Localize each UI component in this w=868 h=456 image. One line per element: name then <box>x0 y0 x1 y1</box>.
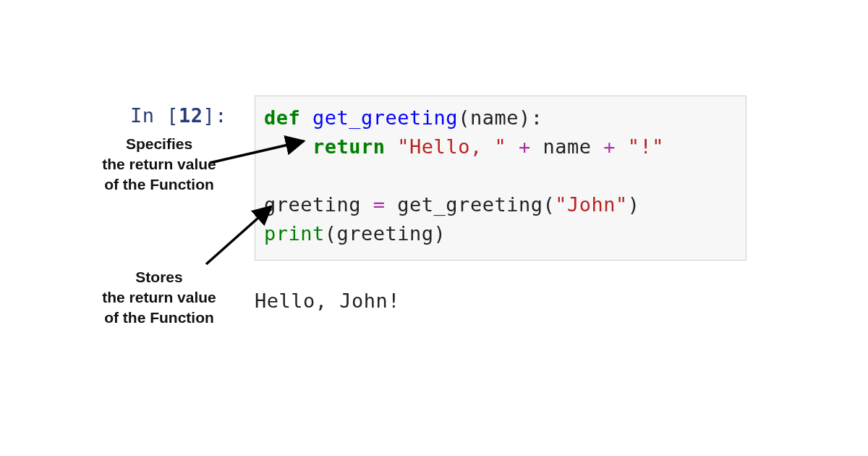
call-get-greeting: get_greeting <box>397 193 542 216</box>
annotation-line: of the Function <box>104 309 214 326</box>
annotation-return-spec: Specifies the return value of the Functi… <box>76 134 242 195</box>
prompt-prefix: In [ <box>130 104 179 127</box>
code-cell: def get_greeting(name): return "Hello, "… <box>255 96 746 261</box>
str-hello: Hello, <box>409 135 494 158</box>
fn-name: get_greeting <box>312 106 458 129</box>
code-block: def get_greeting(name): return "Hello, "… <box>264 104 737 248</box>
kw-def: def <box>264 106 300 129</box>
input-prompt: In [12]: <box>130 104 227 127</box>
param-name: name <box>470 106 519 129</box>
annotation-line: the return value <box>102 289 216 305</box>
var-greeting: greeting <box>264 193 361 216</box>
annotation-line: the return value <box>102 156 216 172</box>
annotation-store-return: Stores the return value of the Function <box>76 267 242 328</box>
stage: In [12]: def get_greeting(name): return … <box>0 0 868 456</box>
annotation-line: Stores <box>135 269 182 285</box>
cell-output: Hello, John! <box>255 290 400 312</box>
annotation-line: of the Function <box>104 176 214 193</box>
arg-greeting: greeting <box>337 222 434 245</box>
annotation-line: Specifies <box>126 135 192 152</box>
prompt-suffix: ]: <box>203 104 228 127</box>
prompt-number: 12 <box>179 104 203 127</box>
kw-return: return <box>312 135 386 158</box>
call-print: print <box>264 222 325 245</box>
str-bang: ! <box>640 135 652 158</box>
str-john: John <box>567 193 616 216</box>
var-name: name <box>542 135 591 158</box>
